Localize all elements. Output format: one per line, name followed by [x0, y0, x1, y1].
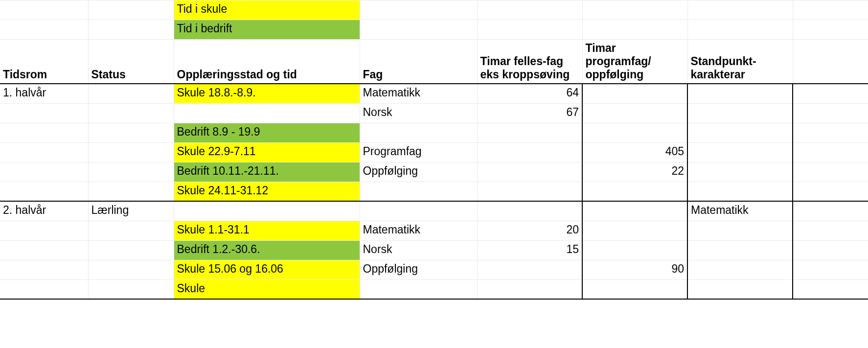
table-row: Skule: [0, 279, 868, 299]
cell-status: [88, 221, 174, 240]
cell-tidsrom: [0, 142, 88, 162]
cell-status: [88, 182, 174, 201]
cell-felles: 67: [477, 103, 582, 123]
cell-fag: [360, 123, 477, 142]
cell-tidsrom: [0, 123, 88, 142]
cell-extra: [793, 103, 868, 123]
cell-extra: [793, 84, 868, 103]
cell-standpunkt: [687, 162, 793, 182]
cell-fag: Matematikk: [360, 221, 477, 240]
cell-sted: Skule 22.9-7.11: [174, 142, 360, 162]
cell-felles: [477, 123, 582, 142]
cell-tidsrom: [0, 260, 88, 279]
cell-sted: Skule 15.06 og 16.06: [174, 260, 360, 279]
table-row: Norsk67: [0, 103, 868, 123]
cell-program: 90: [582, 260, 687, 279]
cell-tidsrom: [0, 103, 88, 123]
cell-tidsrom: [0, 162, 88, 182]
cell-sted: Skule 1.1-31.1: [174, 221, 360, 240]
cell-sted: Skule 24.11-31.12: [174, 182, 360, 201]
cell-tidsrom: [0, 182, 88, 201]
header-timar-felles: Timar felles-fag eks kroppsøving: [477, 40, 582, 84]
header-standpunkt: Standpunkt-karakterar: [687, 40, 793, 84]
cell-sted: Bedrift 8.9 - 19.9: [174, 123, 360, 142]
cell-felles: 64: [477, 84, 582, 103]
cell-fag: Programfag: [360, 142, 477, 162]
cell-standpunkt: [687, 240, 793, 260]
cell-felles: [477, 201, 582, 221]
cell-tidsrom: [0, 240, 88, 260]
header-row: Tidsrom Status Opplæringsstad og tid Fag…: [0, 40, 868, 84]
cell-extra: [793, 162, 868, 182]
cell-standpunkt: [687, 142, 793, 162]
cell-status: [88, 260, 174, 279]
cell-sted: Bedrift 1.2.-30.6.: [174, 240, 360, 260]
cell-felles: [477, 142, 582, 162]
cell-program: [582, 123, 687, 142]
cell-status: [88, 123, 174, 142]
table-row: Skule 15.06 og 16.06Oppfølging90: [0, 260, 868, 279]
cell-program: 405: [582, 142, 687, 162]
cell-fag: Oppfølging: [360, 162, 477, 182]
cell-standpunkt: Matematikk: [687, 201, 793, 221]
table-row: Skule 1.1-31.1Matematikk20: [0, 221, 868, 240]
cell-program: [582, 201, 687, 221]
table-row: Skule 22.9-7.11Programfag405: [0, 142, 868, 162]
cell-tidsrom: 2. halvår: [0, 201, 88, 221]
header-fag: Fag: [360, 40, 477, 84]
cell-standpunkt: [687, 182, 793, 201]
cell-felles: 15: [477, 240, 582, 260]
cell-extra: [793, 182, 868, 201]
cell-extra: [793, 201, 868, 221]
cell-program: [582, 182, 687, 201]
cell-felles: [477, 260, 582, 279]
cell-standpunkt: [687, 123, 793, 142]
cell-sted: Skule 18.8.-8.9.: [174, 84, 360, 103]
cell-program: [582, 279, 687, 299]
cell-program: [582, 240, 687, 260]
cell-sted: Skule: [174, 279, 360, 299]
cell-extra: [793, 260, 868, 279]
cell-status: [88, 162, 174, 182]
table-row: 1. halvårSkule 18.8.-8.9.Matematikk64: [0, 84, 868, 103]
cell-status: [88, 103, 174, 123]
cell-extra: [793, 279, 868, 299]
header-tidsrom: Tidsrom: [0, 40, 88, 84]
cell-extra: [793, 142, 868, 162]
cell-fag: Oppfølging: [360, 260, 477, 279]
cell-status: [88, 279, 174, 299]
cell-sted: [174, 201, 360, 221]
cell-tidsrom: [0, 221, 88, 240]
cell-status: [88, 240, 174, 260]
header-timar-program: Timar programfag/ oppfølging: [582, 40, 687, 84]
cell-extra: [793, 123, 868, 142]
cell-standpunkt: [687, 221, 793, 240]
cell-extra: [793, 221, 868, 240]
cell-standpunkt: [687, 84, 793, 103]
cell-program: [582, 103, 687, 123]
cell-felles: [477, 182, 582, 201]
cell-program: [582, 84, 687, 103]
cell-program: 22: [582, 162, 687, 182]
cell-status: [88, 142, 174, 162]
cell-fag: [360, 201, 477, 221]
cell-standpunkt: [687, 279, 793, 299]
cell-felles: 20: [477, 221, 582, 240]
table-row: Skule 24.11-31.12: [0, 182, 868, 201]
cell-fag: Norsk: [360, 240, 477, 260]
cell-sted: Bedrift 10.11.-21.11.: [174, 162, 360, 182]
cell-fag: Matematikk: [360, 84, 477, 103]
table-row: Bedrift 8.9 - 19.9: [0, 123, 868, 142]
cell-status: [88, 84, 174, 103]
legend-bedrift: Tid i bedrift: [174, 20, 360, 40]
table-row: Bedrift 10.11.-21.11.Oppfølging22: [0, 162, 868, 182]
legend-skule: Tid i skule: [174, 0, 360, 20]
cell-tidsrom: 1. halvår: [0, 84, 88, 103]
header-status: Status: [88, 40, 174, 84]
cell-felles: [477, 162, 582, 182]
cell-sted: [174, 103, 360, 123]
cell-program: [582, 221, 687, 240]
table-row: Bedrift 1.2.-30.6.Norsk15: [0, 240, 868, 260]
legend-row-bedrift: Tid i bedrift: [0, 20, 868, 40]
cell-status: Lærling: [88, 201, 174, 221]
